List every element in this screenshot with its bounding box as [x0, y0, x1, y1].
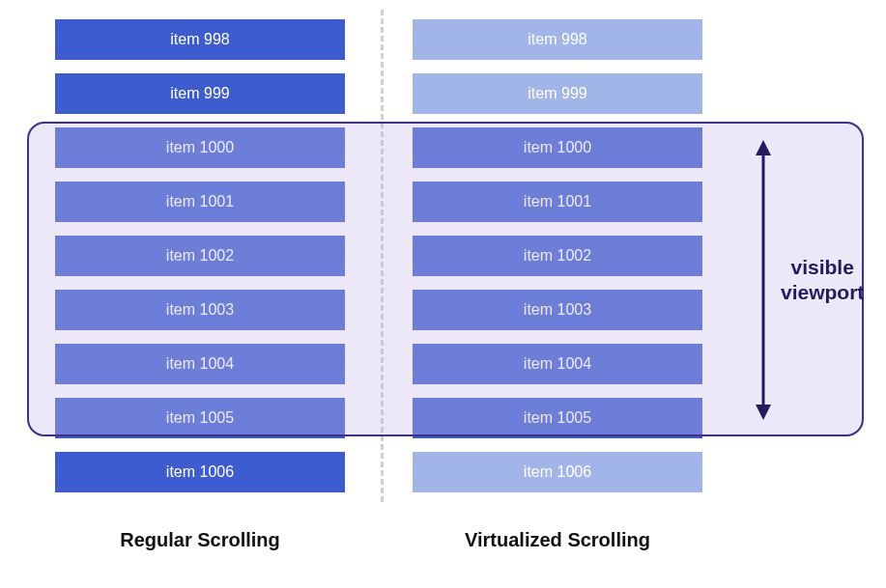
list-item: item 1001 [413, 182, 702, 222]
list-item: item 1005 [413, 398, 702, 438]
list-item: item 1002 [413, 236, 702, 276]
list-item: item 1003 [413, 290, 702, 330]
list-item: item 1001 [55, 182, 345, 222]
list-item: item 1000 [55, 127, 345, 168]
viewport-label-group: visible viewport [752, 140, 858, 420]
list-item: item 1000 [413, 127, 702, 168]
virtualized-scrolling-column: item 998 item 999 item 1000 item 1001 it… [413, 19, 702, 506]
list-item: item 1006 [413, 452, 702, 492]
list-item: item 998 [413, 19, 702, 60]
list-item: item 1003 [55, 290, 345, 330]
list-item: item 999 [413, 73, 702, 114]
list-item: item 1004 [413, 344, 702, 384]
virtualized-scrolling-caption: Virtualized Scrolling [413, 529, 702, 551]
list-item: item 1002 [55, 236, 345, 276]
svg-marker-1 [756, 140, 771, 155]
viewport-label-line2: viewport [781, 281, 864, 303]
list-item: item 1006 [55, 452, 345, 492]
regular-scrolling-caption: Regular Scrolling [55, 529, 345, 551]
viewport-label: visible viewport [781, 255, 864, 306]
list-item: item 998 [55, 19, 345, 60]
list-item: item 1005 [55, 398, 345, 438]
center-divider [381, 10, 384, 502]
list-item: item 1004 [55, 344, 345, 384]
regular-scrolling-column: item 998 item 999 item 1000 item 1001 it… [55, 19, 345, 506]
svg-marker-2 [756, 405, 771, 420]
double-arrow-icon [752, 140, 775, 420]
list-item: item 999 [55, 73, 345, 114]
diagram-container: item 998 item 999 item 1000 item 1001 it… [0, 0, 886, 588]
viewport-label-line1: visible [790, 256, 853, 278]
